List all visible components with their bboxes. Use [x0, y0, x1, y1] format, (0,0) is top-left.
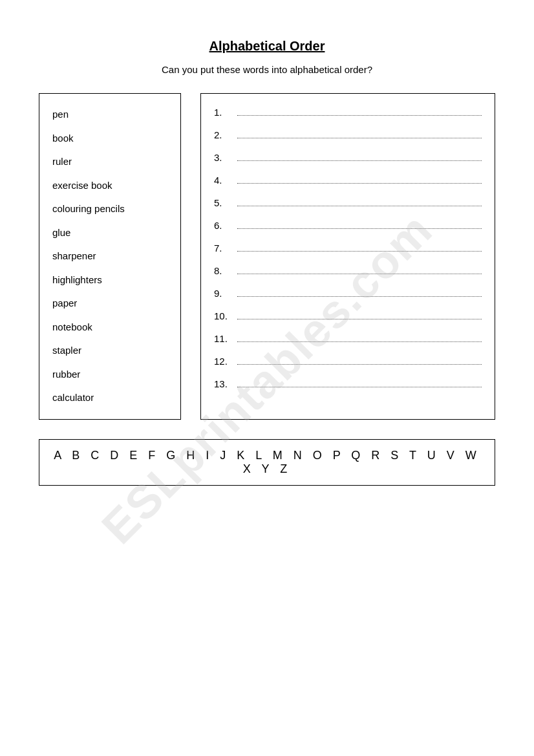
word-item: paper	[52, 292, 167, 316]
answer-line: 6.	[214, 213, 482, 236]
answer-number: 7.	[214, 243, 235, 254]
answer-dots	[237, 196, 482, 206]
word-item: calculator	[52, 386, 167, 410]
word-item: stapler	[52, 339, 167, 363]
answer-dots	[237, 128, 482, 138]
answer-dots	[237, 219, 482, 229]
alphabet-box: A B C D E F G H I J K L M N O P Q R S T …	[39, 439, 495, 486]
answer-number: 2.	[214, 129, 235, 140]
answer-number: 13.	[214, 378, 235, 389]
word-item: notebook	[52, 316, 167, 340]
subtitle: Can you put these words into alphabetica…	[39, 64, 495, 75]
answer-dots	[237, 173, 482, 184]
answer-line: 9.	[214, 281, 482, 304]
answer-dots	[237, 377, 482, 387]
answer-dots	[237, 286, 482, 297]
answer-line: 3.	[214, 146, 482, 168]
answer-dots	[237, 105, 482, 116]
word-item: rubber	[52, 363, 167, 387]
answer-line: 12.	[214, 349, 482, 372]
answer-line: 13.	[214, 372, 482, 394]
answer-line: 7.	[214, 236, 482, 259]
answer-line: 5.	[214, 191, 482, 213]
answer-line: 1.	[214, 100, 482, 123]
answer-number: 1.	[214, 107, 235, 118]
answer-number: 8.	[214, 265, 235, 276]
answer-number: 10.	[214, 310, 235, 321]
answer-number: 3.	[214, 152, 235, 163]
page-title: Alphabetical Order	[39, 39, 495, 54]
answer-dots	[237, 354, 482, 365]
answer-dots	[237, 151, 482, 161]
word-item: sharpener	[52, 244, 167, 268]
answer-number: 5.	[214, 197, 235, 208]
word-item: book	[52, 127, 167, 151]
word-item: colouring pencils	[52, 197, 167, 221]
answer-box: 1.2.3.4.5.6.7.8.9.10.11.12.13.	[200, 93, 495, 420]
answer-number: 6.	[214, 220, 235, 231]
word-item: highlighters	[52, 268, 167, 292]
answer-number: 12.	[214, 356, 235, 367]
word-item: ruler	[52, 150, 167, 174]
word-item: pen	[52, 103, 167, 127]
answer-dots	[237, 332, 482, 342]
answer-dots	[237, 264, 482, 274]
main-content: penbookrulerexercise bookcolouring penci…	[39, 93, 495, 420]
word-item: glue	[52, 221, 167, 245]
word-list-box: penbookrulerexercise bookcolouring penci…	[39, 93, 181, 420]
answer-line: 10.	[214, 304, 482, 327]
answer-number: 4.	[214, 175, 235, 186]
answer-line: 11.	[214, 327, 482, 349]
answer-line: 8.	[214, 259, 482, 281]
answer-line: 4.	[214, 168, 482, 191]
answer-dots	[237, 309, 482, 319]
answer-number: 9.	[214, 288, 235, 299]
word-item: exercise book	[52, 174, 167, 198]
answer-dots	[237, 241, 482, 252]
answer-line: 2.	[214, 123, 482, 146]
answer-number: 11.	[214, 333, 235, 344]
